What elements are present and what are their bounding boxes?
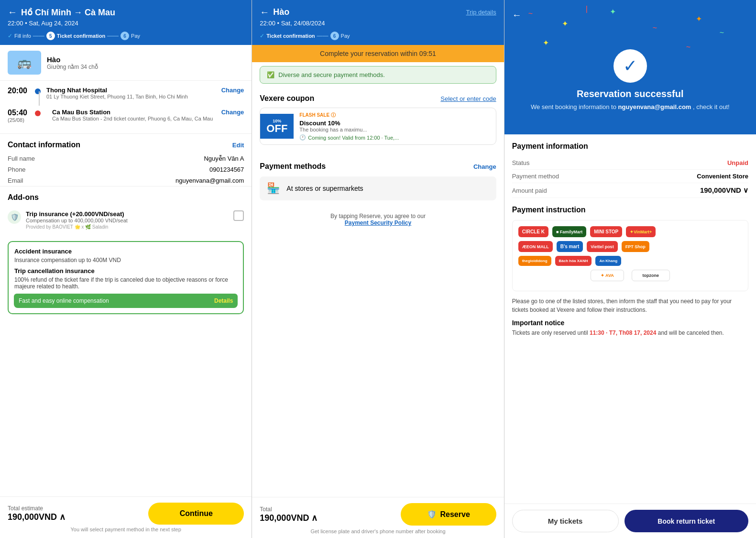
total-amount: 190,000VND ∧ <box>8 512 66 522</box>
screen2-header: ← Hào Trip details 22:00 • Sat, 24/08/20… <box>252 0 504 45</box>
payment-instruction-notice: Please go to one of the listed stores, t… <box>512 297 748 314</box>
amount-row: Amount paid 190,000VND ∨ <box>512 183 748 198</box>
book-return-button[interactable]: Book return ticket <box>625 510 748 532</box>
insurance-detail-card: Accident insurance Insurance compensatio… <box>8 241 244 314</box>
my-tickets-button[interactable]: My tickets <box>512 510 619 532</box>
pm-title: Payment methods <box>260 162 326 171</box>
important-notice-text: Tickets are only reserved until 11:30 · … <box>512 329 748 337</box>
email-row: Email nguyenvana@gmail.com <box>0 175 252 186</box>
screen1-steps: ✓ Fill info —— 5 Ticket confirmation —— … <box>8 32 244 40</box>
pm-change-button[interactable]: Change <box>473 163 496 170</box>
s2-total-row: Total 190,000VND ∧ 🛡️ Reserve <box>260 503 496 526</box>
confetti-9: ~ <box>686 43 690 52</box>
stores-row-3: thegioididong Bách hóa XANH An Khang <box>518 256 742 266</box>
store-ministop: MINI STOP <box>590 226 622 237</box>
step6-badge: 6 <box>121 32 129 40</box>
select-coupon-link[interactable]: Select or enter code <box>440 95 496 102</box>
screen2-back-button[interactable]: ← <box>260 7 269 18</box>
stores-row-4: ✦ AVA topzone <box>518 270 742 281</box>
store-circlek: CIRCLE K <box>518 226 548 237</box>
addons-section: Add-ons 🛡️ Trip insurance (+20.000VND/se… <box>0 186 252 237</box>
coupon-header: Vexere coupon Select or enter code <box>260 94 496 103</box>
route-section: 20:00 Thong Nhat Hospital 01 Ly Thuong K… <box>0 81 252 134</box>
coupon-left: 10% OFF <box>260 114 294 139</box>
flash-sale-label: FLASH SALE ⓘ <box>299 112 490 119</box>
accident-ins-desc: Insurance compensation up to 400M VND <box>14 257 237 264</box>
confetti-1: ~ <box>528 10 533 18</box>
arrival-date: (25/08) <box>8 117 29 123</box>
status-row: Status Unpaid <box>512 156 748 170</box>
phone-row: Phone 0901234567 <box>0 164 252 175</box>
chevron-up-icon: ∧ <box>59 512 66 522</box>
store-bsmart: B's mart <box>557 241 583 252</box>
coupon-right: FLASH SALE ⓘ Discount 10% The booking ha… <box>294 108 495 144</box>
success-check-circle: ✓ <box>614 49 647 83</box>
screen-3: ~ ✦ ✦ ~ ✦ ~ | ✦ ~ ← ✓ Reservation succes… <box>504 0 756 538</box>
store-fpt: FPT Shop <box>622 241 649 252</box>
fullname-value: Nguyễn Văn A <box>204 155 244 162</box>
pm-option[interactable]: 🏪 At stores or supermarkets <box>260 176 496 200</box>
change-departure-button[interactable]: Change <box>221 87 244 94</box>
departure-dot <box>35 88 41 94</box>
screen-1: ← Hồ Chí Minh → Cà Mau 22:00 • Sat, Aug … <box>0 0 252 538</box>
arrival-dot <box>35 110 41 116</box>
change-arrival-button[interactable]: Change <box>221 109 244 116</box>
shield-icon: 🛡️ <box>8 210 21 224</box>
amount-label: Amount paid <box>512 187 547 194</box>
confetti-2: ✦ <box>562 19 568 28</box>
screen-2: ← Hào Trip details 22:00 • Sat, 24/08/20… <box>252 0 504 538</box>
arrival-place: Ca Mau Bus Station <box>52 109 216 116</box>
screen2-footer: Total 190,000VND ∧ 🛡️ Reserve Get licens… <box>252 497 504 538</box>
step-check-icon: ✓ <box>8 33 12 39</box>
store-ava: ✦ AVA <box>591 270 624 281</box>
payment-security-notice: By tapping Reserve, you agree to our Pay… <box>252 207 504 232</box>
insurance-row: 🛡️ Trip insurance (+20.000VND/seat) Comp… <box>8 207 244 233</box>
check-icon: ✅ <box>267 71 274 78</box>
store-tgdd: thegioididong <box>518 256 551 266</box>
back-button[interactable]: ← <box>8 7 17 18</box>
screen2-steps: ✓ Ticket confirmation —— 6 Pay <box>260 32 496 40</box>
screen3-content: Payment information Status Unpaid Paymen… <box>504 134 756 504</box>
pm-header: Payment methods Change <box>260 162 496 171</box>
success-title: Reservation successful <box>512 88 748 99</box>
total-row: Total estimate 190,000VND ∧ Continue <box>8 503 244 525</box>
insurance-providers: Provided by BAOVIET 🌟 x 🌿 Saladin <box>26 224 128 230</box>
notice-text: Diverse and secure payment methods. <box>278 71 385 78</box>
store-vinmart: ✦VinMart+ <box>626 226 656 237</box>
coupon-title: Vexere coupon <box>260 94 314 103</box>
bus-image: 🚌 <box>8 51 41 75</box>
insurance-detail: Compensation up to 400,000,000 VND/seat <box>26 218 128 223</box>
bus-card: 🚌 Hào Giường nằm 34 chỗ <box>0 45 252 81</box>
step-check2-icon: ✓ <box>260 33 264 39</box>
security-prefix: By tapping Reserve, you agree to our <box>330 213 426 220</box>
step-arrow: —— <box>33 33 44 39</box>
email-label: Email <box>8 177 23 184</box>
reserve-button[interactable]: 🛡️ Reserve <box>401 503 496 526</box>
store-topzone: topzone <box>632 270 670 281</box>
cancel-ins-title: Trip cancellation insurance <box>14 267 237 274</box>
phone-label: Phone <box>8 166 26 173</box>
fullname-label: Full name <box>8 155 35 162</box>
s2-footer-note: Get license plate and driver's phone num… <box>260 528 496 534</box>
step-pay-label: Pay <box>341 33 350 39</box>
success-subtitle: We sent booking information to nguyenvan… <box>512 103 748 110</box>
screen1-footer: Total estimate 190,000VND ∧ Continue You… <box>0 496 252 538</box>
important-time: 11:30 · T7, Th08 17, 2024 <box>590 329 656 336</box>
screen2-trip-name: Hào <box>273 7 289 17</box>
screen2-datetime: 22:00 • Sat, 24/08/2024 <box>260 20 496 27</box>
payment-security-link[interactable]: Payment Security Policy <box>345 220 411 226</box>
contact-title: Contact information <box>8 141 80 149</box>
insurance-name: Trip insurance (+20.000VND/seat) <box>26 210 128 218</box>
continue-button[interactable]: Continue <box>148 503 244 525</box>
coupon-card[interactable]: 10% OFF FLASH SALE ⓘ Discount 10% The bo… <box>260 108 496 145</box>
ins-card-footer: Fast and easy online compensation Detail… <box>14 294 238 308</box>
trip-details-link[interactable]: Trip details <box>466 9 496 16</box>
contact-header: Contact information Edit <box>0 134 252 153</box>
step5-badge: 5 <box>46 32 55 40</box>
departure-addr: 01 Ly Thuong Kiet Street, Phuong 11, Tan… <box>46 94 216 99</box>
edit-button[interactable]: Edit <box>232 142 244 149</box>
s2-total-label: Total <box>260 506 318 513</box>
insurance-checkbox[interactable] <box>233 210 244 221</box>
ins-details-button[interactable]: Details <box>214 297 233 304</box>
step5-label: Ticket confirmation <box>57 33 105 39</box>
